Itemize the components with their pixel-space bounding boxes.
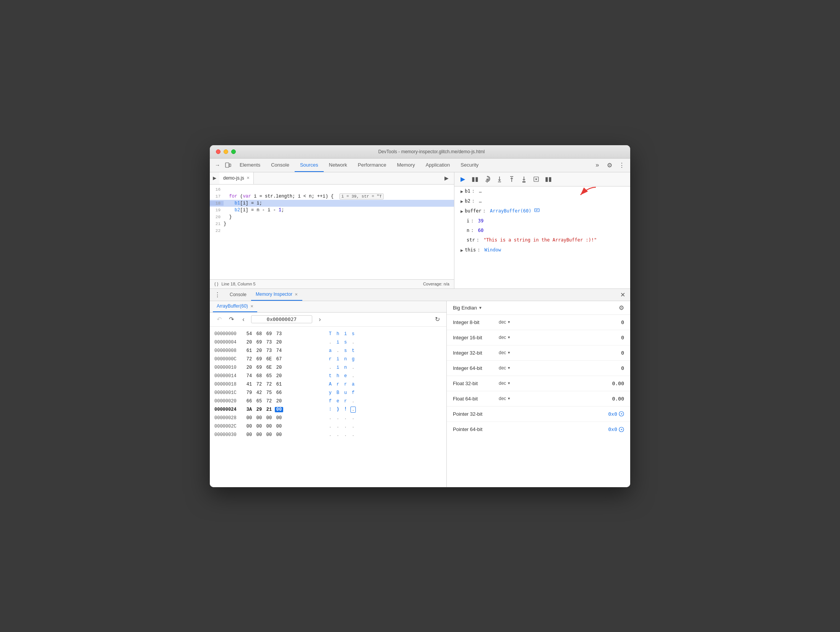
memory-inspector-tab-close[interactable]: ✕ [295,292,298,297]
scope-item-b1: ▶ b1 : … [454,186,630,196]
coverage-info: Coverage: n/a [423,282,449,286]
tab-memory[interactable]: Memory [392,158,420,172]
content-area: ▶ demo-js.js ✕ ▶ 16 [210,172,630,288]
hex-table: 00000000 54 68 69 73 T h [210,327,446,487]
hex-row-11: 0000002C 00 00 00 00 . . [214,422,442,431]
memory-inspector-content: ArrayBuffer(60) ✕ ↶ ↷ ‹ › ↻ [210,301,630,487]
status-bar: { } Line 18, Column 5 Coverage: n/a [210,279,454,288]
step-button[interactable] [519,174,529,185]
buffer-tab-label: ArrayBuffer(60) [217,303,248,309]
tab-application[interactable]: Application [420,158,456,172]
scope-item-i: i : 39 [454,216,630,226]
float64-format-selector[interactable]: dec ▼ [499,396,522,401]
tab-console[interactable]: Console [266,158,295,172]
tab-network[interactable]: Network [324,158,353,172]
int16-format-selector[interactable]: dec ▼ [499,335,522,340]
int8-format-selector[interactable]: dec ▼ [499,319,522,325]
hex-row-0: 00000000 54 68 69 73 T h [214,330,442,338]
bottom-panel-close-button[interactable]: ✕ [618,290,627,299]
tab-sources[interactable]: Sources [295,158,324,172]
scope-panel: ▶ b1 : … ▶ b2 : … ▶ [454,186,630,288]
step-into-button[interactable] [494,174,505,185]
expand-icon[interactable]: ▶ [461,188,463,195]
blackbox-button[interactable] [531,174,542,185]
inspector-settings-icon[interactable]: ⚙ [619,304,624,311]
memory-inspect-icon[interactable] [534,207,540,215]
more-tabs-button[interactable]: » [592,160,603,170]
hex-row-5: 00000014 74 68 65 20 t h [214,372,442,380]
inspector-row-ptr64: Pointer 64-bit 0x0 [447,422,630,437]
int32-format-selector[interactable]: dec ▼ [499,350,522,355]
scope-item-n: n : 60 [454,226,630,235]
expand-icon[interactable]: ▶ [461,198,463,205]
bottom-tab-console[interactable]: Console [225,288,251,301]
bottom-tab-bar: ⋮ Console Memory Inspector ✕ ✕ [210,289,630,301]
code-line-20: 20 } [210,214,454,220]
title-bar: DevTools - memory-inspector.glitch.me/de… [210,145,630,159]
buffer-tab-close-icon[interactable]: ✕ [250,304,253,308]
line-column-info: Line 18, Column 5 [221,282,255,286]
endian-selector[interactable]: Big Endian ▼ [453,305,482,311]
scope-item-buffer: ▶ buffer : ArrayBuffer(60) [454,206,630,216]
left-panel: ▶ demo-js.js ✕ ▶ 16 [210,172,454,288]
svg-rect-1 [229,164,231,167]
file-tab-bar: ▶ demo-js.js ✕ ▶ [210,172,454,185]
float32-format-selector[interactable]: dec ▼ [499,381,522,386]
expand-icon[interactable]: ▶ [461,208,463,215]
device-icon[interactable] [224,160,233,170]
code-line-16: 16 [210,186,454,193]
scope-item-this: ▶ this : Window [454,245,630,255]
hex-row-8: 00000020 66 65 72 20 f e [214,397,442,405]
code-editor[interactable]: 16 17 for (var i = str.length; i < n; ++… [210,185,454,279]
code-line-17: 17 for (var i = str.length; i < n; ++i) … [210,193,454,200]
data-inspector: Big Endian ▼ ⚙ Integer 8-bit dec [447,301,630,487]
close-button[interactable] [216,149,221,154]
settings-icon[interactable]: ⚙ [604,160,615,170]
code-line-19: 19 b2[i] = n - i - 1; [210,207,454,214]
tab-elements[interactable]: Elements [234,158,266,172]
hex-row-1: 00000004 20 69 73 20 . i [214,338,442,347]
nav-next-button[interactable]: › [315,315,324,324]
ptr32-link[interactable]: 0x0 [608,411,624,417]
inspector-header: Big Endian ▼ ⚙ [447,301,630,315]
inspector-rows: Integer 8-bit dec ▼ 0 Integer 16-bit [447,315,630,487]
step-out-button[interactable] [506,174,517,185]
right-panel: ▶ ▮▮ [454,172,630,288]
file-tab-label: demo-js.js [223,175,244,181]
curly-braces-icon[interactable]: { } [214,282,218,286]
tab-performance[interactable]: Performance [352,158,391,172]
hex-row-6: 00000018 41 72 72 61 A r [214,380,442,389]
code-line-21: 21 } [210,220,454,227]
sidebar-toggle-icon[interactable]: ▶ [213,175,216,181]
int64-format-selector[interactable]: dec ▼ [499,365,522,371]
devtools-window: DevTools - memory-inspector.glitch.me/de… [210,145,630,487]
address-input[interactable] [251,315,312,323]
format-button[interactable]: ▶ [442,173,451,183]
file-tab-close-icon[interactable]: ✕ [246,176,250,180]
file-tab-demo-js[interactable]: demo-js.js ✕ [219,172,254,185]
bottom-tab-memory-inspector[interactable]: Memory Inspector ✕ [251,288,302,301]
hex-row-9-current: 00000024 3A 29 21 00 : ) [214,405,442,414]
buffer-tab[interactable]: ArrayBuffer(60) ✕ [213,301,257,313]
nav-bar: ↶ ↷ ‹ › ↻ [210,313,446,327]
inspector-row-float64: Float 64-bit dec ▼ 0.00 [447,391,630,407]
expand-icon[interactable]: ▶ [461,247,463,254]
maximize-button[interactable] [231,149,236,154]
ptr64-link[interactable]: 0x0 [608,426,624,432]
pause-button[interactable]: ▮▮ [470,174,480,185]
step-over-button[interactable] [482,174,493,185]
more-options-icon[interactable]: ⋮ [616,160,627,170]
resume-button[interactable]: ▶ [457,174,468,185]
tab-security[interactable]: Security [455,158,484,172]
nav-prev-button[interactable]: ‹ [239,315,248,324]
main-tab-bar: → Elements Console Sources Network Perfo… [210,159,630,172]
cursor-icon[interactable]: → [213,160,222,170]
bottom-tab-menu-icon[interactable]: ⋮ [213,290,222,299]
pause-on-exception-button[interactable]: ▮▮ [543,174,554,185]
nav-forward-button[interactable]: ↷ [227,315,236,324]
refresh-button[interactable]: ↻ [433,315,442,324]
hex-row-2: 00000008 61 20 73 74 a . [214,347,442,355]
minimize-button[interactable] [224,149,228,154]
hex-row-7: 0000001C 79 42 75 66 y B [214,389,442,397]
nav-back-button[interactable]: ↶ [214,315,224,324]
